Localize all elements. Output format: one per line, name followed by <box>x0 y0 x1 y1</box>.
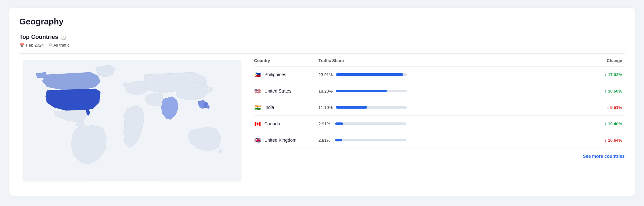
table-row: 🇺🇸 United States 18.23% 30.60% <box>254 83 625 99</box>
change-arrow <box>604 138 607 143</box>
country-cell: 🇮🇳 India <box>254 104 318 111</box>
section-title: Top Countries <box>19 34 58 40</box>
bar-background <box>335 122 406 125</box>
col-traffic: Traffic Share <box>318 58 573 63</box>
country-cell: 🇨🇦 Canada <box>254 120 318 127</box>
change-value: 19.40% <box>608 121 622 126</box>
change-value: 30.60% <box>608 89 622 94</box>
country-flag: 🇮🇳 <box>254 104 261 111</box>
info-icon[interactable]: i <box>61 35 66 40</box>
bar-background <box>336 73 407 76</box>
table-row: 🇨🇦 Canada 2.91% 19.40% <box>254 116 625 132</box>
country-flag: 🇺🇸 <box>254 87 261 94</box>
traffic-pct: 18.23% <box>318 89 333 94</box>
change-value: 16.64% <box>608 138 622 143</box>
footer-row: See more countries <box>254 148 625 159</box>
bar-fill <box>335 139 342 141</box>
traffic-cell: 2.81% <box>318 138 573 143</box>
table-row: 🇵🇭 Philippines 23.91% 17.03% <box>254 67 625 83</box>
country-name: India <box>264 105 274 110</box>
traffic-cell: 18.23% <box>318 89 573 94</box>
traffic-pct: 23.91% <box>318 72 333 77</box>
meta-row: 📅 Feb 2024 ⧉ All traffic <box>19 42 625 48</box>
main-content: Country Traffic Share Change 🇵🇭 Philippi… <box>19 54 625 188</box>
traffic-pct: 2.91% <box>318 121 332 126</box>
bar-background <box>336 90 407 92</box>
traffic-pct: 2.81% <box>318 138 332 143</box>
change-cell: 30.60% <box>573 89 625 94</box>
traffic-label: All traffic <box>53 43 70 48</box>
table-header: Country Traffic Share Change <box>254 54 625 67</box>
country-name: United Kingdom <box>264 138 297 143</box>
bar-background <box>336 106 407 109</box>
bar-fill <box>336 90 387 92</box>
bar-fill <box>336 73 403 76</box>
change-cell: 19.40% <box>573 121 625 126</box>
filter-icon: ⧉ <box>49 42 52 48</box>
change-value: 5.51% <box>610 105 622 110</box>
page-title: Geography <box>19 17 625 27</box>
country-name: United States <box>264 88 291 94</box>
country-name: Philippines <box>264 72 286 77</box>
calendar-icon: 📅 <box>19 43 24 48</box>
see-more-countries-link[interactable]: See more countries <box>583 154 625 159</box>
traffic-pct: 11.10% <box>318 105 333 110</box>
country-cell: 🇬🇧 United Kingdom <box>254 137 318 144</box>
change-value: 17.03% <box>608 72 622 77</box>
country-flag: 🇵🇭 <box>254 71 261 78</box>
bar-fill <box>336 106 367 109</box>
traffic-cell: 23.91% <box>318 72 573 77</box>
change-arrow <box>607 105 609 110</box>
date-filter: 📅 Feb 2024 <box>19 43 44 48</box>
world-map <box>23 60 242 182</box>
traffic-cell: 11.10% <box>318 105 573 110</box>
change-arrow <box>604 72 607 77</box>
change-cell: 5.51% <box>573 105 625 110</box>
traffic-cell: 2.91% <box>318 121 573 126</box>
country-flag: 🇬🇧 <box>254 137 261 144</box>
bar-background <box>335 139 406 141</box>
table-area: Country Traffic Share Change 🇵🇭 Philippi… <box>245 54 625 188</box>
date-label: Feb 2024 <box>26 43 44 48</box>
change-cell: 16.64% <box>573 138 625 143</box>
country-cell: 🇺🇸 United States <box>254 87 318 94</box>
change-arrow <box>604 121 607 126</box>
col-country: Country <box>254 58 318 63</box>
geography-card: Geography Top Countries i 📅 Feb 2024 ⧉ A… <box>9 8 635 196</box>
table-row: 🇮🇳 India 11.10% 5.51% <box>254 99 625 116</box>
table-row: 🇬🇧 United Kingdom 2.81% 16.64% <box>254 132 625 148</box>
change-arrow <box>604 89 607 94</box>
country-name: Canada <box>264 121 280 126</box>
country-flag: 🇨🇦 <box>254 120 261 127</box>
table-rows: 🇵🇭 Philippines 23.91% 17.03% 🇺🇸 United S… <box>254 67 625 148</box>
col-change: Change <box>573 58 625 63</box>
svg-point-2 <box>207 105 210 109</box>
map-area <box>19 54 245 188</box>
country-cell: 🇵🇭 Philippines <box>254 71 318 78</box>
section-header: Top Countries i <box>19 34 625 40</box>
bar-fill <box>335 122 343 125</box>
change-cell: 17.03% <box>573 72 625 77</box>
traffic-filter: ⧉ All traffic <box>49 42 70 48</box>
